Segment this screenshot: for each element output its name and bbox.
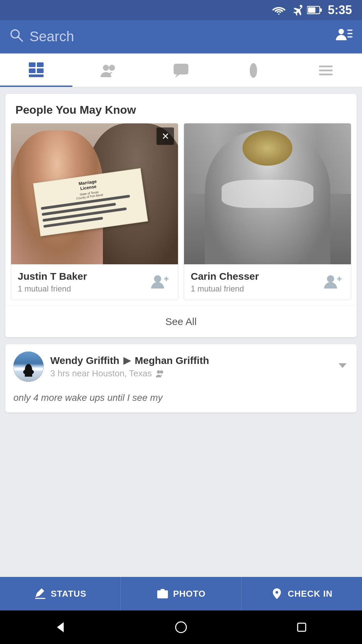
recents-button[interactable]	[295, 621, 308, 634]
airplane-icon	[290, 4, 302, 16]
svg-point-42	[276, 591, 278, 594]
svg-rect-45	[298, 623, 306, 631]
main-content: People You May Know MarriageLicense Stat…	[0, 87, 362, 426]
svg-point-44	[176, 622, 186, 633]
pencil-icon	[34, 588, 46, 600]
people-grid: MarriageLicense State of Texas County of…	[5, 123, 357, 306]
svg-rect-2	[320, 8, 322, 12]
svg-point-6	[339, 29, 344, 34]
see-all-button[interactable]: See All	[5, 306, 357, 337]
post-meta: Wendy Griffith ▶ Meghan Griffith 3 hrs n…	[50, 355, 330, 379]
carin-photo	[184, 123, 351, 264]
search-icon	[9, 28, 23, 45]
wifi-icon	[272, 5, 286, 15]
checkin-label: CHECK IN	[288, 589, 333, 599]
svg-rect-3	[308, 7, 315, 13]
tab-messages[interactable]	[145, 54, 217, 87]
post-card: Wendy Griffith ▶ Meghan Griffith 3 hrs n…	[5, 344, 357, 413]
svg-point-29	[154, 275, 161, 282]
tab-news-feed[interactable]	[0, 54, 72, 87]
svg-rect-14	[29, 74, 44, 77]
justin-info: Justin T Baker 1 mutual friend	[11, 264, 178, 300]
friend-requests-icon[interactable]	[335, 26, 353, 47]
svg-rect-40	[161, 589, 165, 591]
carin-info: Carin Chesser 1 mutual friend	[184, 264, 351, 300]
svg-marker-43	[57, 622, 64, 632]
svg-rect-13	[37, 68, 44, 73]
post-names: Wendy Griffith ▶ Meghan Griffith	[50, 355, 330, 366]
svg-point-32	[327, 275, 334, 282]
justin-photo: MarriageLicense State of Texas County of…	[11, 123, 178, 264]
post-from-name: Wendy Griffith	[50, 355, 119, 366]
android-nav-bar	[0, 610, 362, 644]
svg-rect-12	[29, 68, 36, 73]
search-inner[interactable]: Search	[9, 28, 335, 45]
svg-rect-17	[174, 64, 188, 74]
dismiss-justin-button[interactable]: ✕	[157, 127, 174, 145]
svg-marker-18	[175, 74, 180, 78]
status-bar: 5:35	[0, 0, 362, 20]
justin-name: Justin T Baker	[18, 271, 87, 282]
svg-point-16	[109, 65, 115, 71]
svg-point-41	[162, 593, 164, 595]
status-action-button[interactable]: STATUS	[0, 577, 121, 610]
svg-point-22	[250, 63, 257, 78]
tab-friends[interactable]	[72, 54, 145, 87]
back-button[interactable]	[54, 621, 67, 634]
post-header: Wendy Griffith ▶ Meghan Griffith 3 hrs n…	[5, 344, 357, 389]
audience-icon	[155, 369, 165, 378]
bottom-action-bar: STATUS PHOTO CHECK IN	[0, 577, 362, 610]
post-time: 3 hrs near Houston, Texas	[50, 368, 330, 379]
svg-rect-11	[37, 62, 44, 67]
svg-point-36	[160, 370, 163, 374]
status-icons	[272, 4, 322, 16]
clock-display: 5:35	[328, 3, 352, 17]
tab-notifications[interactable]	[217, 54, 290, 87]
home-button[interactable]	[174, 621, 188, 634]
justin-mutual: 1 mutual friend	[18, 284, 87, 293]
add-friend-justin-button[interactable]	[148, 270, 171, 294]
battery-icon	[307, 6, 322, 14]
photo-label: PHOTO	[173, 589, 206, 599]
people-you-may-know-card: People You May Know MarriageLicense Stat…	[5, 94, 357, 337]
tab-more[interactable]	[290, 54, 362, 87]
post-avatar	[13, 352, 44, 382]
person-card-justin: MarriageLicense State of Texas County of…	[11, 123, 178, 300]
photo-action-button[interactable]: PHOTO	[121, 577, 241, 610]
svg-line-5	[18, 37, 22, 41]
post-arrow-icon: ▶	[123, 355, 131, 366]
people-section-title: People You May Know	[5, 94, 357, 123]
search-placeholder[interactable]: Search	[29, 29, 74, 45]
search-bar: Search	[0, 20, 362, 54]
location-pin-icon	[271, 588, 283, 600]
add-friend-carin-button[interactable]	[321, 270, 344, 294]
carin-mutual: 1 mutual friend	[191, 284, 259, 293]
svg-point-35	[157, 370, 160, 374]
post-to-name: Meghan Griffith	[135, 355, 209, 366]
post-dropdown-button[interactable]	[337, 359, 349, 374]
svg-point-0	[278, 13, 280, 15]
camera-icon	[157, 588, 169, 600]
svg-rect-10	[29, 62, 36, 67]
person-card-carin: Carin Chesser 1 mutual friend	[184, 123, 351, 300]
svg-point-15	[103, 65, 109, 71]
checkin-action-button[interactable]: CHECK IN	[242, 577, 362, 610]
status-label: STATUS	[51, 589, 86, 599]
nav-tabs	[0, 54, 362, 87]
post-text-preview: only 4 more wake ups until I see my	[5, 389, 357, 413]
carin-name: Carin Chesser	[191, 271, 259, 282]
